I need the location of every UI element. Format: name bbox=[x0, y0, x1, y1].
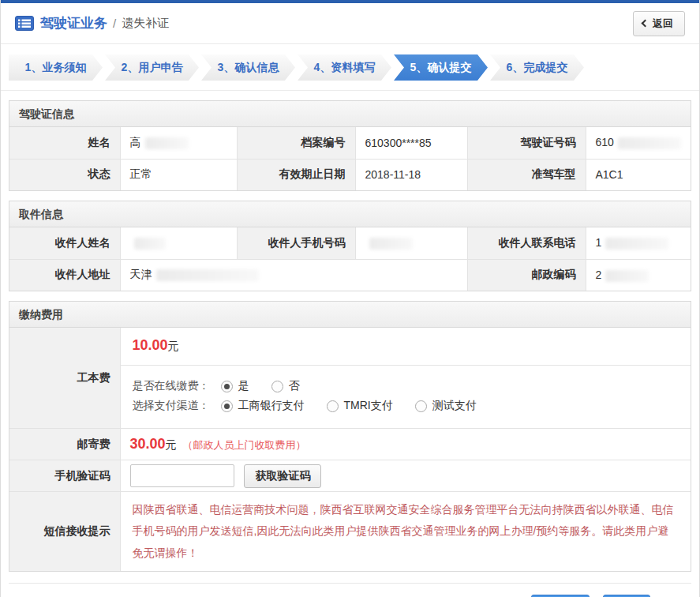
field-value bbox=[355, 227, 467, 259]
step-1-business-notes[interactable]: 1、业务须知 bbox=[9, 54, 103, 81]
section-title: 缴纳费用 bbox=[9, 302, 691, 328]
table-row: 工本费 10.00元 是否在线缴费： 是 bbox=[9, 328, 691, 429]
section-title: 驾驶证信息 bbox=[9, 101, 691, 127]
field-value: 610 bbox=[586, 127, 691, 159]
radio-selected-icon bbox=[221, 381, 233, 392]
list-icon bbox=[15, 16, 34, 31]
radio-label: 否 bbox=[289, 379, 300, 393]
postage-fee-cell: 30.00元 （邮政人员上门收取费用） bbox=[120, 429, 691, 460]
radio-label: 测试支付 bbox=[432, 399, 477, 413]
step-6-complete-submit[interactable]: 6、完成提交 bbox=[490, 54, 584, 81]
breadcrumb-separator: / bbox=[113, 17, 116, 30]
field-label: 准驾车型 bbox=[467, 159, 586, 190]
radio-unselected-icon bbox=[271, 381, 283, 392]
table-row: 收件人地址 天津 邮政编码 2 bbox=[9, 259, 691, 291]
footer-actions: 上一步 完成 bbox=[9, 583, 691, 597]
page-header: 驾驶证业务 / 遗失补证 返回 bbox=[1, 3, 699, 44]
field-value: 天津 bbox=[120, 259, 467, 291]
field-value: 1 bbox=[586, 227, 691, 259]
page-title: 驾驶证业务 bbox=[40, 14, 107, 32]
field-value: 高 bbox=[120, 127, 237, 159]
field-value: 2018-11-18 bbox=[355, 159, 467, 190]
redacted-value bbox=[134, 238, 166, 250]
radio-selected-icon bbox=[221, 400, 233, 412]
chevron-left-icon bbox=[642, 20, 649, 28]
radio-channel-icbc[interactable]: 工商银行支付 bbox=[221, 399, 305, 413]
radio-channel-tmri[interactable]: TMRI支付 bbox=[327, 399, 393, 413]
field-label: 手机验证码 bbox=[9, 460, 120, 492]
field-label: 收件人手机号码 bbox=[237, 227, 355, 259]
table-row: 状态 正常 有效期止日期 2018-11-18 准驾车型 A1C1 bbox=[9, 159, 691, 190]
section-pickup-info: 取件信息 收件人姓名 收件人手机号码 收件人联系电话 1 收件人地址 天津 邮政… bbox=[9, 201, 691, 291]
field-label: 邮寄费 bbox=[9, 429, 120, 460]
field-label: 收件人联系电话 bbox=[467, 227, 586, 259]
radio-unselected-icon bbox=[415, 400, 427, 412]
redacted-value bbox=[605, 270, 649, 282]
field-label: 姓名 bbox=[9, 127, 120, 159]
radio-channel-test[interactable]: 测试支付 bbox=[415, 399, 477, 413]
payment-channel-question-row: 选择支付渠道： 工商银行支付 TMRI支付 测试支付 bbox=[133, 399, 679, 413]
field-value: A1C1 bbox=[586, 159, 691, 190]
postage-fee-amount: 30.00 bbox=[130, 436, 166, 452]
field-label: 邮政编码 bbox=[467, 259, 586, 291]
field-label: 收件人姓名 bbox=[9, 227, 120, 259]
page: 驾驶证业务 / 遗失补证 返回 1、业务须知 2、用户申告 3、确认信息 4、资… bbox=[0, 0, 700, 597]
field-label: 工本费 bbox=[9, 328, 120, 429]
sms-code-cell: 获取验证码 bbox=[120, 460, 691, 492]
section-title: 取件信息 bbox=[9, 201, 691, 227]
sms-code-input[interactable] bbox=[130, 464, 234, 487]
back-button-label: 返回 bbox=[653, 17, 673, 31]
step-2-user-declaration[interactable]: 2、用户申告 bbox=[105, 54, 199, 81]
table-row: 手机验证码 获取验证码 bbox=[9, 460, 691, 492]
step-5-confirm-submit[interactable]: 5、确认提交 bbox=[394, 54, 488, 81]
card-fee-amount: 10.00 bbox=[133, 337, 168, 353]
sms-notice-text: 因陕西省联通、电信运营商技术问题，陕西省互联网交通安全综合服务管理平台无法向持陕… bbox=[121, 492, 691, 571]
payment-channel-question: 选择支付渠道： bbox=[133, 399, 210, 413]
radio-unselected-icon bbox=[327, 400, 339, 412]
payment-table: 工本费 10.00元 是否在线缴费： 是 bbox=[9, 328, 691, 571]
field-value: 610300****85 bbox=[355, 127, 467, 159]
back-button[interactable]: 返回 bbox=[633, 11, 685, 36]
online-payment-question: 是否在线缴费： bbox=[133, 379, 210, 393]
table-row: 短信接收提示 因陕西省联通、电信运营商技术问题，陕西省互联网交通安全综合服务管理… bbox=[9, 492, 691, 571]
card-fee-cell: 10.00元 是否在线缴费： 是 否 bbox=[120, 328, 691, 429]
radio-online-yes[interactable]: 是 bbox=[221, 379, 249, 393]
radio-label: 工商银行支付 bbox=[238, 399, 305, 413]
redacted-value bbox=[156, 269, 259, 281]
sms-notice-cell: 因陕西省联通、电信运营商技术问题，陕西省互联网交通安全综合服务管理平台无法向持陕… bbox=[120, 492, 691, 571]
section-license-info: 驾驶证信息 姓名 高 档案编号 610300****85 驾驶证号码 610 状… bbox=[9, 100, 691, 191]
field-label: 档案编号 bbox=[237, 127, 355, 159]
field-label: 状态 bbox=[9, 159, 120, 190]
step-wizard: 1、业务须知 2、用户申告 3、确认信息 4、资料填写 5、确认提交 6、完成提… bbox=[1, 44, 699, 91]
field-value: 2 bbox=[586, 259, 691, 291]
redacted-value bbox=[369, 238, 413, 250]
online-payment-question-row: 是否在线缴费： 是 否 bbox=[133, 379, 679, 393]
postage-fee-note: （邮政人员上门收取费用） bbox=[182, 439, 305, 451]
get-code-button[interactable]: 获取验证码 bbox=[244, 464, 321, 488]
field-label: 收件人地址 bbox=[9, 259, 120, 291]
table-row: 收件人姓名 收件人手机号码 收件人联系电话 1 bbox=[9, 227, 691, 259]
radio-label: 是 bbox=[238, 379, 249, 393]
redacted-value bbox=[145, 137, 189, 149]
redacted-value bbox=[605, 238, 668, 250]
step-3-confirm-info[interactable]: 3、确认信息 bbox=[201, 54, 295, 81]
pickup-info-table: 收件人姓名 收件人手机号码 收件人联系电话 1 收件人地址 天津 邮政编码 2 bbox=[9, 227, 691, 291]
license-info-table: 姓名 高 档案编号 610300****85 驾驶证号码 610 状态 正常 有… bbox=[9, 127, 691, 190]
field-value: 正常 bbox=[120, 159, 237, 190]
section-payment-fees: 缴纳费用 工本费 10.00元 是否在线缴费： 是 bbox=[9, 301, 691, 572]
radio-label: TMRI支付 bbox=[344, 399, 393, 413]
field-label: 驾驶证号码 bbox=[467, 127, 586, 159]
redacted-value bbox=[618, 137, 681, 149]
step-4-fill-data[interactable]: 4、资料填写 bbox=[298, 54, 391, 81]
field-label: 有效期止日期 bbox=[237, 159, 355, 190]
card-fee-unit: 元 bbox=[168, 340, 179, 352]
breadcrumb-current: 遗失补证 bbox=[122, 16, 169, 31]
table-row: 姓名 高 档案编号 610300****85 驾驶证号码 610 bbox=[9, 127, 691, 159]
radio-online-no[interactable]: 否 bbox=[271, 379, 300, 393]
table-row: 邮寄费 30.00元 （邮政人员上门收取费用） bbox=[9, 429, 691, 460]
postage-fee-unit: 元 bbox=[166, 438, 177, 451]
payment-options: 是否在线缴费： 是 否 选择支付渠道： bbox=[121, 366, 691, 428]
field-value bbox=[120, 227, 237, 259]
card-fee-amount-row: 10.00元 bbox=[121, 328, 691, 366]
field-label: 短信接收提示 bbox=[9, 492, 120, 571]
